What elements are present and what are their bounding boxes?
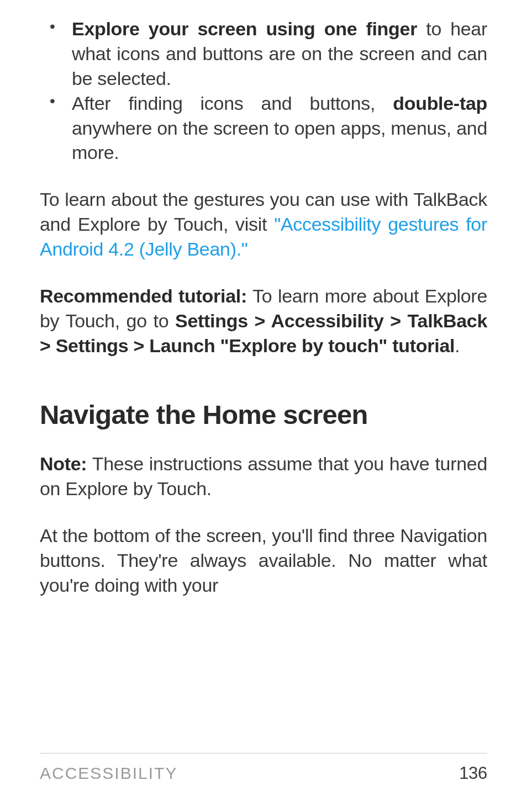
bullet-2-text-b: anywhere on the screen to open apps, men… bbox=[72, 118, 487, 163]
paragraph-note: Note: These instructions assume that you… bbox=[40, 452, 487, 501]
bullet-item-1: Explore your screen using one finger to … bbox=[50, 17, 487, 91]
page-content: Explore your screen using one finger to … bbox=[40, 17, 487, 598]
page-footer: ACCESSIBILITY 136 bbox=[40, 753, 487, 783]
para2-text-b: . bbox=[455, 335, 460, 356]
bullet-1-bold: Explore your screen using one finger bbox=[72, 18, 417, 39]
footer-page-number: 136 bbox=[459, 763, 487, 783]
para3-text: These instructions assume that you have … bbox=[40, 453, 487, 499]
paragraph-gestures: To learn about the gestures you can use … bbox=[40, 187, 487, 262]
bullet-list: Explore your screen using one finger to … bbox=[40, 17, 487, 165]
section-heading: Navigate the Home screen bbox=[40, 397, 487, 433]
footer-section-label: ACCESSIBILITY bbox=[40, 764, 177, 783]
para4-text: At the bottom of the screen, you'll find… bbox=[40, 525, 487, 596]
para3-bold: Note: bbox=[40, 453, 87, 474]
bullet-2-bold: double-tap bbox=[393, 93, 487, 114]
paragraph-navigation: At the bottom of the screen, you'll find… bbox=[40, 523, 487, 598]
para2-bold-a: Recommended tutorial: bbox=[40, 285, 247, 306]
bullet-item-2: After finding icons and buttons, double-… bbox=[50, 91, 487, 166]
bullet-2-text-a: After finding icons and buttons, bbox=[72, 93, 393, 114]
paragraph-tutorial: Recommended tutorial: To learn more abou… bbox=[40, 284, 487, 358]
